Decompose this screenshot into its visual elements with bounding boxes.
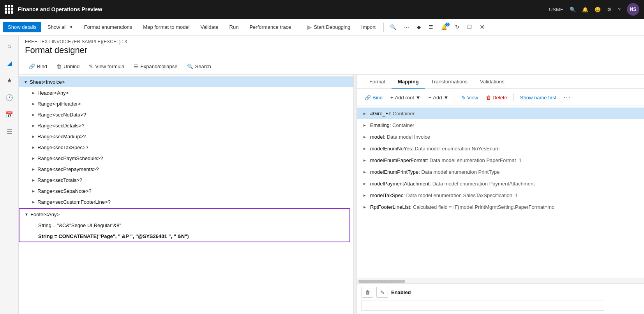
- tree-toggle[interactable]: ►: [30, 100, 37, 108]
- search-tree-button[interactable]: 🔍 Search: [183, 62, 215, 71]
- tree-toggle[interactable]: ▼: [22, 78, 30, 86]
- tree-row[interactable]: String = "&C&"Segoe UI,Regular"&8": [19, 220, 349, 231]
- close-cmd-button[interactable]: ✕: [476, 21, 488, 33]
- import-button[interactable]: Import: [356, 22, 380, 32]
- tree-toggle[interactable]: ►: [30, 154, 37, 162]
- rt-delete-button[interactable]: 🗑 Delete: [483, 93, 510, 102]
- map-row[interactable]: ► modelEnumPrintType: Data model enumera…: [357, 166, 644, 178]
- tree-row[interactable]: String = CONCATENATE("Page", " &P ", "@S…: [19, 231, 349, 242]
- panel-cmd-button[interactable]: ☰: [425, 22, 436, 32]
- map-row[interactable]: ► modelPaymentAttachment: Data model enu…: [357, 178, 644, 189]
- notify-cmd-button[interactable]: 🔔 0: [438, 22, 450, 32]
- tree-toggle[interactable]: ►: [30, 132, 37, 140]
- tree-label: Header<Any>: [37, 90, 69, 96]
- tree-toggle[interactable]: ►: [30, 198, 37, 206]
- tree-toggle[interactable]: ►: [30, 143, 37, 151]
- unbind-button[interactable]: 🗑 Unbind: [53, 62, 83, 71]
- tree-toggle[interactable]: ▼: [23, 210, 30, 218]
- map-row[interactable]: ► Emailing: Container: [357, 119, 644, 131]
- tree-row[interactable]: ► Range<secDetails>?: [19, 120, 353, 131]
- enabled-input[interactable]: [362, 300, 604, 311]
- start-debugging-button[interactable]: ▶ Start Debugging: [302, 21, 355, 33]
- rt-bind-button[interactable]: 🔗 Bind: [362, 93, 386, 102]
- map-toggle[interactable]: ►: [362, 204, 368, 210]
- map-toggle[interactable]: ►: [362, 145, 368, 152]
- rt-show-name-first-button[interactable]: Show name first: [517, 93, 559, 102]
- tree-row[interactable]: ► Range<secSepaNote>?: [19, 185, 353, 196]
- refresh-cmd-button[interactable]: ↻: [452, 22, 462, 32]
- tree-toggle[interactable]: ►: [30, 176, 37, 184]
- tree-toggle[interactable]: ►: [30, 165, 37, 173]
- tree-row[interactable]: ► Range<secCustomFooterLine>?: [19, 196, 353, 207]
- rt-view-button[interactable]: ✎ View: [458, 93, 481, 102]
- more-cmd-button[interactable]: ⋯: [401, 22, 412, 32]
- tree-row[interactable]: ► Range<secTotals>?: [19, 175, 353, 185]
- smiley-icon[interactable]: 😀: [595, 7, 601, 12]
- map-toggle[interactable]: ►: [362, 122, 368, 128]
- tree-toggle[interactable]: ►: [30, 111, 37, 118]
- map-toggle[interactable]: ►: [362, 110, 368, 116]
- horizontal-scrollbar[interactable]: [357, 279, 644, 283]
- tree-row[interactable]: ► Range<rptHeader>: [19, 98, 353, 109]
- rt-more-button[interactable]: ⋯: [561, 92, 573, 102]
- tree-toggle[interactable]: ►: [30, 187, 37, 195]
- run-button[interactable]: Run: [225, 22, 243, 32]
- map-row[interactable]: ► RptFooterLineList: Calculated field = …: [357, 201, 644, 213]
- bottom-delete-button[interactable]: 🗑: [362, 287, 373, 298]
- map-row[interactable]: ► model: Data model Invoice: [357, 131, 644, 143]
- map-toggle[interactable]: ►: [362, 180, 368, 187]
- map-toggle[interactable]: ►: [362, 192, 368, 198]
- expand-collapse-button[interactable]: ☰ Expand/collapse: [130, 62, 181, 71]
- map-format-to-model-button[interactable]: Map format to model: [138, 22, 194, 32]
- tree-toggle[interactable]: ►: [30, 89, 37, 97]
- tab-transformations[interactable]: Transformations: [425, 75, 474, 89]
- settings-icon[interactable]: ⚙: [607, 7, 612, 12]
- app-title: Finance and Operations Preview: [18, 6, 544, 12]
- tree-row[interactable]: ► Range<secNoData>?: [19, 109, 353, 120]
- tree-row[interactable]: ▼ Sheet<Invoice>: [19, 76, 353, 87]
- sidebar-filter-icon[interactable]: ◢: [2, 56, 16, 70]
- tab-validations[interactable]: Validations: [474, 75, 511, 89]
- popout-cmd-button[interactable]: ❐: [464, 22, 475, 32]
- diamond-cmd-button[interactable]: ◆: [414, 22, 424, 32]
- search-icon[interactable]: 🔍: [570, 7, 576, 12]
- tree-row[interactable]: ► Range<secTaxSpec>?: [19, 142, 353, 153]
- tab-format[interactable]: Format: [363, 75, 392, 89]
- tree-row[interactable]: ► Header<Any>: [19, 87, 353, 98]
- map-row[interactable]: ► #Giro_FI: Container: [357, 108, 644, 119]
- tree-row[interactable]: ► Range<secMarkup>?: [19, 131, 353, 142]
- search-cmd-button[interactable]: 🔍: [387, 22, 399, 32]
- map-row[interactable]: ► modelTaxSpec: Data model enumeration S…: [357, 189, 644, 201]
- sidebar-list-icon[interactable]: ☰: [2, 125, 16, 139]
- avatar[interactable]: NS: [627, 3, 639, 16]
- help-icon[interactable]: ?: [618, 7, 621, 12]
- map-row[interactable]: ► modelEnumNoYes: Data model enumeration…: [357, 143, 644, 154]
- tree-row[interactable]: ► Range<secPaymSchedule>?: [19, 153, 353, 164]
- panel-resizer[interactable]: [354, 75, 357, 314]
- tab-mapping[interactable]: Mapping: [392, 75, 425, 89]
- rt-add-root-button[interactable]: + Add root ▼: [387, 93, 424, 102]
- notification-icon[interactable]: 🔔: [582, 7, 588, 12]
- map-toggle[interactable]: ►: [362, 169, 368, 175]
- validate-button[interactable]: Validate: [196, 22, 223, 32]
- map-toggle[interactable]: ►: [362, 134, 368, 140]
- map-toggle[interactable]: ►: [362, 157, 368, 163]
- sidebar-clock-icon[interactable]: 🕐: [2, 90, 16, 104]
- app-grid-icon[interactable]: [5, 5, 13, 14]
- map-row[interactable]: ► modelEnumPaperFormat: Data model enume…: [357, 154, 644, 166]
- tree-row[interactable]: ► Range<secPrepayments>?: [19, 164, 353, 175]
- show-all-button[interactable]: Show all ▼: [43, 22, 78, 32]
- view-formula-button[interactable]: ✎ View formula: [85, 62, 128, 71]
- format-enumerations-button[interactable]: Format enumerations: [79, 22, 137, 32]
- tree-row[interactable]: ▼ Footer<Any>: [19, 209, 349, 220]
- bottom-edit-button[interactable]: ✎: [376, 287, 388, 298]
- rt-add-button[interactable]: + Add ▼: [425, 93, 452, 102]
- performance-trace-button[interactable]: Performance trace: [245, 22, 296, 32]
- show-details-button[interactable]: Show details: [3, 22, 41, 32]
- h-scroll-thumb[interactable]: [358, 280, 405, 283]
- sidebar-home-icon[interactable]: ⌂: [2, 39, 16, 53]
- tree-toggle[interactable]: ►: [30, 122, 37, 129]
- bind-button[interactable]: 🔗 Bind: [25, 62, 51, 71]
- sidebar-calendar-icon[interactable]: 📅: [2, 108, 16, 122]
- sidebar-star-icon[interactable]: ★: [2, 73, 16, 87]
